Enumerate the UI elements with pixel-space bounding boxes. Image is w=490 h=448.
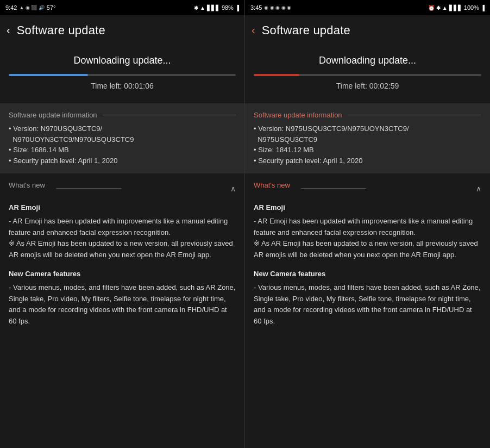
page-title-left: Software update <box>17 23 105 38</box>
content-area-right[interactable]: Software update information • Version: N… <box>245 99 490 448</box>
status-bar-right-items: ✱ ▲ ▋▋▋ 98% ▐ <box>194 4 239 11</box>
bluetooth-icon-right: ✱ <box>436 5 441 11</box>
wifi-icon-right: ▲ <box>442 5 448 11</box>
camera-title-right: New Camera features <box>254 269 481 280</box>
wifi-icon: ▲ <box>200 5 205 11</box>
whats-new-divider-left <box>56 188 121 189</box>
progress-bar-fill-right <box>254 74 299 76</box>
status-bar-left: 9:42 ▲ ◉ ⬛ 🔊 57° ✱ ▲ ▋▋▋ 98% ▐ <box>0 0 244 15</box>
camera-text-right: - Various menus, modes, and filters have… <box>254 282 481 327</box>
whats-new-content-right: AR Emoji - AR Emoji has been updated wit… <box>254 202 481 327</box>
info-section-right: Software update information • Version: N… <box>245 103 490 173</box>
temp-left: 57° <box>47 4 56 11</box>
progress-bar-container-right <box>254 74 481 76</box>
signal-icon: ▋▋▋ <box>207 5 220 11</box>
right-phone-panel: 3:45 ◉ ◉ ◉ ◉ ◉ ⏰ ✱ ▲ ▋▋▋ 100% ▐ ‹ Softwa… <box>245 0 490 448</box>
battery-icon-left: ▐ <box>235 5 239 11</box>
info-section-title-right: Software update information <box>254 111 342 119</box>
page-title-right: Software update <box>262 23 350 38</box>
signal-icon-right: ▋▋▋ <box>449 5 462 11</box>
whats-new-content-left: AR Emoji - AR Emoji has been updated wit… <box>9 202 236 327</box>
download-title-right: Downloading update... <box>254 55 481 66</box>
whats-new-title-row-right: What's new <box>254 181 366 196</box>
status-bar-right: 3:45 ◉ ◉ ◉ ◉ ◉ ⏰ ✱ ▲ ▋▋▋ 100% ▐ <box>245 0 490 15</box>
info-divider-left <box>103 115 236 115</box>
page-header-left: ‹ Software update <box>0 15 244 44</box>
whats-new-title-left: What's new <box>9 181 45 189</box>
whats-new-title-right: What's new <box>254 181 290 189</box>
social-icons-right: ◉ ◉ ◉ ◉ ◉ <box>264 5 291 10</box>
camera-text-left: - Various menus, modes, and filters have… <box>9 282 236 327</box>
download-section-left: Downloading update... Time left: 00:01:0… <box>0 44 244 99</box>
status-bar-right-right-items: ⏰ ✱ ▲ ▋▋▋ 100% ▐ <box>428 4 485 11</box>
back-button-left[interactable]: ‹ <box>4 22 12 39</box>
status-icons-left: ▲ ◉ ⬛ 🔊 <box>19 5 44 10</box>
download-section-right: Downloading update... Time left: 00:02:5… <box>245 44 490 99</box>
whats-new-section-right: What's new ∧ AR Emoji - AR Emoji has bee… <box>245 173 490 335</box>
camera-title-left: New Camera features <box>9 269 236 280</box>
whats-new-header-left: What's new ∧ <box>9 181 236 196</box>
ar-emoji-text-right: - AR Emoji has been updated with improve… <box>254 216 481 261</box>
time-right: 3:45 <box>250 4 262 11</box>
battery-right: 100% <box>464 4 479 11</box>
ar-emoji-title-right: AR Emoji <box>254 202 481 214</box>
page-header-right: ‹ Software update <box>245 15 490 44</box>
download-title-left: Downloading update... <box>9 55 236 66</box>
progress-bar-container-left <box>9 74 236 76</box>
time-left: 9:42 <box>5 4 17 11</box>
chevron-left[interactable]: ∧ <box>230 184 236 193</box>
content-area-left[interactable]: Software update information • Version: N… <box>0 99 244 448</box>
whats-new-title-row-left: What's new <box>9 181 121 196</box>
info-section-header-left: Software update information <box>9 111 236 119</box>
info-text-right: • Version: N975USQU3CTC9/N975UOYN3CTC9/ … <box>254 123 481 166</box>
whats-new-section-left: What's new ∧ AR Emoji - AR Emoji has bee… <box>0 173 244 335</box>
progress-bar-fill-left <box>9 74 88 76</box>
ar-emoji-title-left: AR Emoji <box>9 202 236 214</box>
chevron-right[interactable]: ∧ <box>476 184 481 193</box>
info-section-left: Software update information • Version: N… <box>0 103 244 173</box>
battery-icon-right: ▐ <box>481 5 485 11</box>
ar-emoji-text-left: - AR Emoji has been updated with improve… <box>9 216 236 261</box>
time-left-label-right: Time left: 00:02:59 <box>254 82 481 90</box>
info-text-left: • Version: N970USQU3CTC9/ N970UOYN3CTC9/… <box>9 123 236 166</box>
status-bar-right-left-items: 3:45 ◉ ◉ ◉ ◉ ◉ <box>250 4 291 11</box>
status-bar-left-items: 9:42 ▲ ◉ ⬛ 🔊 57° <box>5 4 55 11</box>
time-left-label-left: Time left: 00:01:06 <box>9 82 236 90</box>
whats-new-header-right: What's new ∧ <box>254 181 481 196</box>
left-phone-panel: 9:42 ▲ ◉ ⬛ 🔊 57° ✱ ▲ ▋▋▋ 98% ▐ ‹ Softwar… <box>0 0 245 448</box>
battery-left: 98% <box>222 4 234 11</box>
back-button-right[interactable]: ‹ <box>249 22 257 39</box>
info-divider-right <box>348 115 481 115</box>
alarm-icon-right: ⏰ <box>428 5 435 11</box>
bluetooth-icon: ✱ <box>194 5 198 11</box>
whats-new-divider-right <box>301 188 366 189</box>
info-section-header-right: Software update information <box>254 111 481 119</box>
info-section-title-left: Software update information <box>9 111 97 119</box>
